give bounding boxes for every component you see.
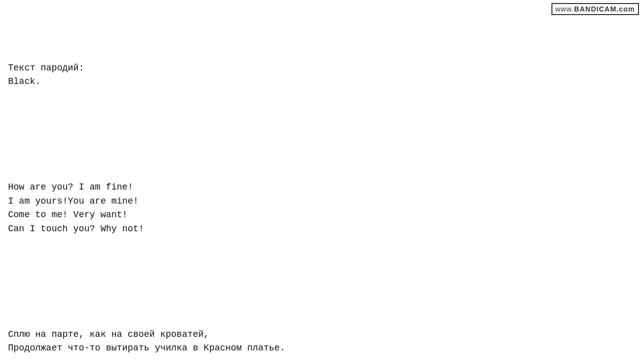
watermark-www: www. — [555, 5, 574, 13]
lyrics-header-block: Текст пародий: Black. — [8, 33, 636, 117]
lyrics-verse2: Сплю на парте, как на своей кроватей, Пр… — [8, 300, 636, 362]
lyrics-verse1-text: How are you? I am fine! I am yours!You a… — [8, 180, 636, 237]
main-content: www.BANDICAM.com Текст пародий: Black. H… — [0, 0, 644, 362]
watermark-badge: www.BANDICAM.com — [551, 3, 639, 15]
lyrics-verse1: How are you? I am fine! I am yours!You a… — [8, 152, 636, 264]
lyrics-header: Текст пародий: Black. — [8, 61, 636, 89]
lyrics-verse2-text: Сплю на парте, как на своей кроватей, Пр… — [8, 328, 636, 356]
watermark-brand: BANDICAM — [574, 5, 616, 13]
lyrics-container: Текст пародий: Black. How are you? I am … — [8, 5, 636, 362]
watermark-domain: .com — [616, 5, 635, 13]
